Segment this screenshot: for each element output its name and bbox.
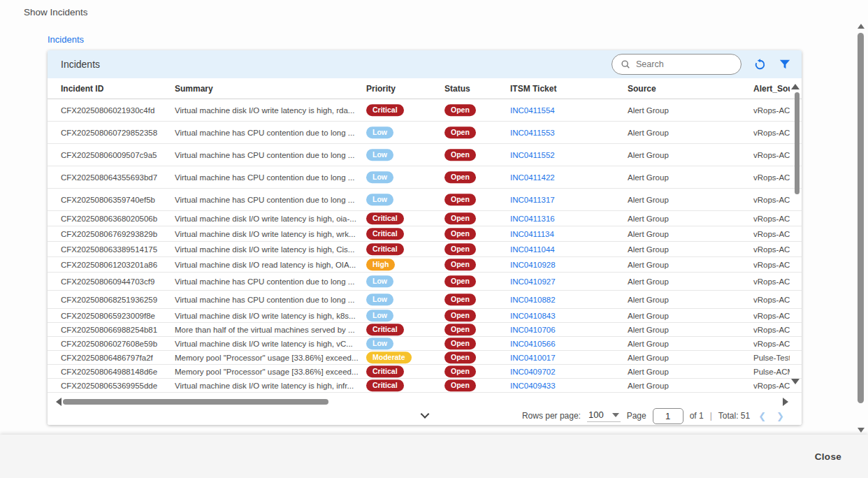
table-row: CFX202508065369955dde Virtual machine di… [48,379,802,393]
column-header-incident-id[interactable]: Incident ID [61,84,173,94]
priority-cell: High [366,259,395,271]
rows-per-page-select[interactable]: 100 [587,410,621,422]
next-page-button[interactable]: ❯ [774,411,786,421]
status-cell: Open [444,149,476,161]
incident-id-cell: CFX20250806359740ef5b [61,196,173,204]
priority-badge: Low [366,171,393,184]
column-header-priority[interactable]: Priority [366,84,396,94]
itsm-ticket-link[interactable]: INC0411552 [510,151,555,159]
table-row: CFX202508060729852358 Virtual machine ha… [48,122,802,144]
itsm-ticket-link[interactable]: INC0410927 [510,277,556,286]
priority-cell: Critical [366,324,404,336]
page-scroll-down-icon[interactable] [858,428,865,433]
incident-id-cell: CFX202508061203201a86 [61,261,173,269]
status-cell: Open [444,104,476,117]
itsm-ticket-link[interactable]: INC0411134 [510,230,554,238]
rows-per-page-value: 100 [588,410,604,420]
itsm-ticket-link[interactable]: INC0411422 [510,173,555,182]
priority-badge: Low [366,338,393,350]
status-cell: Open [444,212,476,225]
incident-id-cell: CFX20250806769293829b [61,230,173,238]
table-row: CFX20250806027608e59b Virtual machine di… [48,337,802,351]
caret-down-icon [612,413,619,417]
itsm-ticket-cell: INC0411044 [510,245,555,254]
table-vertical-scrollbar[interactable] [795,92,800,194]
priority-badge: Low [366,149,393,161]
alert-source-cell: vRops-ACM [753,277,790,286]
itsm-ticket-cell: INC0409702 [510,368,556,376]
header-tools [612,54,792,75]
column-header-summary[interactable]: Summary [175,84,359,94]
alert-source-cell: vRops-ACM [753,173,790,182]
priority-cell: Low [366,149,393,161]
itsm-ticket-link[interactable]: INC0410566 [510,340,556,348]
summary-cell: Virtual machine has CPU contention due t… [175,151,359,159]
summary-cell: Virtual machine disk I/O write latency i… [175,245,359,254]
itsm-ticket-link[interactable]: INC0410706 [510,326,556,334]
status-cell: Open [444,379,476,392]
page-scroll-up-icon[interactable] [858,24,865,29]
previous-page-button[interactable]: ❮ [756,411,768,421]
itsm-ticket-link[interactable]: INC0411044 [510,245,555,254]
itsm-ticket-cell: INC0411134 [510,230,554,238]
itsm-ticket-link[interactable]: INC0409702 [510,368,556,376]
status-cell: Open [444,228,476,240]
column-header-alert-source[interactable]: Alert_Sour [753,84,790,94]
status-badge: Open [444,275,476,288]
page-scrollbar-thumb[interactable] [858,33,864,403]
filter-icon [779,59,790,70]
priority-badge: Critical [366,104,404,117]
search-box[interactable] [612,54,742,75]
itsm-ticket-link[interactable]: INC0411553 [510,129,555,137]
table-row: CFX202508060944703cf9 Virtual machine ha… [48,273,802,291]
close-button[interactable]: Close [815,451,841,462]
itsm-ticket-link[interactable]: INC0410843 [510,312,556,320]
itsm-ticket-link[interactable]: INC0411316 [510,215,555,223]
priority-cell: Low [366,126,393,139]
source-cell: Alert Group [628,326,669,334]
chevron-down-icon[interactable] [420,410,429,419]
search-input[interactable] [636,59,727,69]
priority-badge: Critical [366,228,404,240]
column-header-source[interactable]: Source [628,84,656,94]
table-scroll-up-icon[interactable] [791,84,800,89]
summary-cell: Virtual machine has CPU contention due t… [175,277,359,286]
priority-cell: Low [366,194,393,206]
alert-source-cell: vRops-ACM [753,215,790,223]
page-number-input[interactable] [653,408,683,424]
refresh-button[interactable] [753,57,767,71]
status-badge: Open [444,338,476,350]
alert-source-cell: Pulse-ACM [753,368,790,376]
table-scroll-left-icon[interactable] [56,398,62,406]
table-row: CFX20250806021930c4fd Virtual machine di… [48,99,802,122]
priority-cell: Critical [366,243,404,256]
summary-cell: Virtual machine disk I/O read latency is… [175,261,359,269]
table-scroll-down-icon[interactable] [791,379,800,384]
pagination-bar: Rows per page: 100 Page of 1 | Total: 51… [48,407,802,425]
incident-id-cell: CFX202508065923009f8e [61,312,173,320]
table-row: CFX20250806009507c9a5 Virtual machine ha… [48,144,802,166]
breadcrumb-incidents-link[interactable]: Incidents [48,34,84,45]
priority-badge: Critical [366,365,404,378]
column-header-itsm-ticket[interactable]: ITSM Ticket [510,84,556,94]
source-cell: Alert Group [628,151,669,159]
summary-cell: Virtual machine disk I/O write latency i… [175,106,359,115]
source-cell: Alert Group [628,106,669,115]
itsm-ticket-link[interactable]: INC0411317 [510,196,555,204]
table-scroll-right-icon[interactable] [783,398,788,406]
itsm-ticket-link[interactable]: INC0409433 [510,382,556,390]
itsm-ticket-link[interactable]: INC0411554 [510,106,555,115]
page-label: Page [627,411,646,421]
itsm-ticket-cell: INC0410927 [510,277,556,286]
itsm-ticket-cell: INC0409433 [510,382,556,390]
incident-id-cell: CFX20250806027608e59b [61,340,173,348]
itsm-ticket-link[interactable]: INC0410017 [510,354,556,362]
itsm-ticket-link[interactable]: INC0410882 [510,296,556,304]
alert-source-cell: vRops-ACM [753,296,790,304]
table-horizontal-scrollbar[interactable] [63,399,328,405]
column-header-status[interactable]: Status [444,84,470,94]
incidents-card-header: Incidents [48,50,802,78]
itsm-ticket-link[interactable]: INC0410928 [510,261,556,269]
filter-button[interactable] [778,57,792,71]
source-cell: Alert Group [628,129,669,137]
